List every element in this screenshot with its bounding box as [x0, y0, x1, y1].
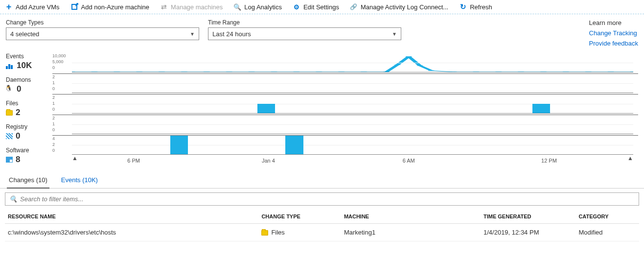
toolbar-label: Add non-Azure machine: [81, 3, 149, 11]
gear-icon: ⚙: [293, 3, 300, 11]
svg-point-26: [607, 71, 614, 72]
svg-point-0: [72, 71, 75, 72]
software-icon: [6, 157, 13, 163]
external-icon: [70, 3, 78, 11]
metric-software: Software 8: [6, 147, 52, 165]
tabs: Changes (10) Events (10K): [0, 170, 644, 189]
files-icon: [6, 110, 13, 116]
tab-events[interactable]: Events (10K): [59, 173, 100, 188]
edit-settings-button[interactable]: ⚙ Edit Settings: [293, 3, 339, 11]
add-non-azure-button[interactable]: Add non-Azure machine: [70, 3, 149, 11]
svg-point-1: [91, 71, 98, 72]
svg-point-27: [630, 71, 633, 72]
link-icon: 🔗: [350, 3, 358, 11]
daemon-icon: [6, 86, 14, 93]
charts-column: 10,0005,0000210210210420▲▲6 PMJan 46 AM1…: [52, 53, 638, 170]
toolbar-label: Refresh: [470, 3, 492, 11]
learn-more-title: Learn more: [589, 19, 638, 26]
metrics-column: Events 10K Daemons 0 Files 2 Registry 0 …: [6, 53, 52, 170]
svg-point-13: [361, 71, 368, 72]
learn-more-panel: Learn more Change Tracking Provide feedb…: [589, 19, 638, 47]
change-tracking-link[interactable]: Change Tracking: [589, 29, 638, 37]
manage-activity-button[interactable]: 🔗 Manage Activity Log Connect...: [350, 3, 448, 11]
dropdown-value: Last 24 hours: [212, 30, 251, 38]
metric-daemons: Daemons 0: [6, 76, 52, 94]
toolbar-label: Log Analytics: [244, 3, 282, 11]
change-types-dropdown[interactable]: 4 selected ▼: [6, 27, 199, 40]
table-row[interactable]: c:\windows\system32\drivers\etc\hostsFil…: [5, 224, 639, 241]
svg-point-10: [293, 71, 300, 72]
svg-point-23: [540, 71, 547, 72]
metric-registry: Registry 0: [6, 123, 52, 141]
svg-point-21: [495, 71, 502, 72]
toolbar-label: Edit Settings: [303, 3, 339, 11]
col-time[interactable]: TIME GENERATED: [481, 210, 575, 224]
chart-strip-daemons: 210: [52, 73, 638, 94]
svg-point-2: [114, 71, 120, 72]
svg-point-25: [585, 71, 592, 72]
log-analytics-button[interactable]: 🔍 Log Analytics: [233, 3, 282, 11]
manage-machines-button: ⇄ Manage machines: [160, 3, 223, 11]
col-category[interactable]: CATEGORY: [575, 210, 639, 224]
col-resource-name[interactable]: RESOURCE NAME: [5, 210, 258, 224]
search-icon: 🔍: [9, 195, 17, 203]
svg-point-20: [473, 71, 480, 72]
events-icon: [6, 62, 14, 69]
svg-point-4: [159, 71, 165, 72]
search-input[interactable]: [20, 195, 635, 203]
toolbar-label: Add Azure VMs: [16, 3, 60, 11]
svg-point-7: [226, 71, 232, 72]
svg-point-3: [136, 71, 143, 72]
chart-area: Events 10K Daemons 0 Files 2 Registry 0 …: [0, 49, 644, 170]
svg-point-8: [248, 71, 255, 72]
svg-point-18: [428, 70, 435, 71]
svg-point-12: [338, 71, 345, 72]
chevron-down-icon: ▼: [190, 31, 195, 37]
metric-files: Files 2: [6, 100, 52, 118]
search-icon: 🔍: [233, 3, 241, 11]
add-azure-vms-button[interactable]: + Add Azure VMs: [5, 3, 60, 11]
chart-strip-events: 10,0005,0000: [52, 53, 638, 73]
provide-feedback-link[interactable]: Provide feedback: [589, 40, 638, 47]
metric-events: Events 10K: [6, 53, 52, 71]
tab-changes[interactable]: Changes (10): [7, 173, 49, 189]
svg-point-16: [405, 56, 412, 57]
svg-point-17: [416, 65, 423, 66]
time-range-label: Time Range: [208, 19, 401, 26]
svg-point-22: [518, 71, 525, 72]
chart-strip-software: 420: [52, 135, 638, 156]
arrows-icon: ⇄: [160, 3, 168, 11]
dropdown-value: 4 selected: [10, 30, 39, 38]
chart-x-axis: ▲▲6 PMJan 46 AM12 PM: [72, 156, 633, 167]
col-change-type[interactable]: CHANGE TYPE: [258, 210, 341, 224]
results-table: RESOURCE NAME CHANGE TYPE MACHINE TIME G…: [5, 210, 639, 241]
plus-icon: +: [5, 3, 13, 11]
change-types-label: Change Types: [6, 19, 199, 26]
files-icon: [261, 230, 268, 236]
filter-row: Change Types 4 selected ▼ Time Range Las…: [0, 14, 644, 49]
svg-point-5: [181, 71, 188, 72]
toolbar-label: Manage machines: [171, 3, 223, 11]
chart-strip-files: 210: [52, 94, 638, 115]
svg-point-6: [203, 71, 210, 72]
svg-point-11: [316, 71, 322, 72]
refresh-icon: ↻: [459, 3, 467, 11]
search-bar[interactable]: 🔍: [5, 192, 639, 206]
chevron-down-icon: ▼: [392, 31, 397, 37]
toolbar-label: Manage Activity Log Connect...: [361, 3, 448, 11]
svg-point-9: [271, 71, 277, 72]
toolbar: + Add Azure VMs Add non-Azure machine ⇄ …: [0, 0, 644, 14]
chart-strip-registry: 210: [52, 115, 638, 135]
registry-icon: [6, 133, 13, 139]
svg-point-24: [562, 71, 569, 72]
col-machine[interactable]: MACHINE: [341, 210, 481, 224]
refresh-button[interactable]: ↻ Refresh: [459, 3, 492, 11]
svg-point-15: [394, 65, 401, 65]
time-range-dropdown[interactable]: Last 24 hours ▼: [208, 27, 401, 40]
